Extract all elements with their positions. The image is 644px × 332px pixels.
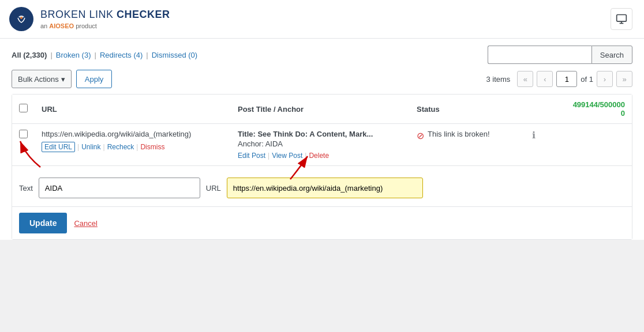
url-arrow [273,153,319,185]
post-column-header: Post Title / Anchor [231,95,410,124]
filter-redirects[interactable]: Redirects (4) [100,51,143,59]
bulk-actions-label: Bulk Actions [18,75,59,84]
count-line2: 0 [532,109,625,118]
table-wrap: URL Post Title / Anchor Status 499144/50… [12,94,632,240]
sep-d: | [268,152,269,160]
edit-post-link[interactable]: Edit Post [238,152,265,160]
chevron-down-icon: ▾ [61,75,65,84]
sep-a: | [77,143,79,151]
post-title: Title: See Think Do: A Content, Mark... [238,130,403,138]
filter-links: All (2,330) | Broken (3) | Redirects (4)… [12,51,197,59]
unlink-link[interactable]: Unlink [81,143,100,151]
url-arrow-area [227,178,423,198]
row-actions: Edit URL | Unlink | Recheck | Dismiss [42,142,224,152]
sep1: | [50,51,52,59]
toolbar-right: 3 items « ‹ of 1 › » [486,71,632,87]
filter-all[interactable]: All (2,330) [12,51,47,59]
logo-subtitle: an AIOSEO product [40,22,170,30]
table-header-row: URL Post Title / Anchor Status 499144/50… [12,95,632,124]
header: BROKEN LINK CHECKER an AIOSEO product [0,0,644,39]
logo-icon [9,7,33,31]
count-line1: 499144/500000 [573,100,625,109]
items-count: 3 items [486,75,510,84]
table-row: https://en.wikipedia.org/wiki/aida_(mark… [12,124,632,166]
post-anchor: Anchor: AIDA [238,139,403,148]
edit-url-row: Text URL [12,166,632,207]
filter-bar: All (2,330) | Broken (3) | Redirects (4)… [0,39,644,64]
logo-title: BROKEN LINK CHECKER [40,8,170,21]
logo-text: BROKEN LINK CHECKER an AIOSEO product [40,8,170,30]
warning-icon: ⊘ [417,130,424,141]
last-page-button[interactable]: » [616,71,632,87]
select-all-checkbox[interactable] [19,104,28,112]
page-input[interactable] [556,71,577,87]
status-text: This link is broken! [428,130,490,138]
count-column-header: 499144/500000 0 [525,95,632,124]
logo-title-normal: BROKEN LINK [40,9,117,20]
edit-url-cell: Text URL [12,166,632,207]
status-content: ⊘ This link is broken! [417,130,518,141]
cancel-link[interactable]: Cancel [74,219,97,228]
edit-url-arrow [14,138,66,170]
update-row: Update Cancel [12,207,632,240]
row-checkbox[interactable] [19,130,28,138]
update-row-buttons: Update Cancel [19,213,625,233]
svg-point-1 [20,17,23,19]
filter-dismissed[interactable]: Dismissed (0) [152,51,197,59]
select-all-col [12,95,35,124]
text-input[interactable] [39,178,200,198]
info-icon[interactable]: ℹ [532,130,536,140]
filter-broken[interactable]: Broken (3) [56,51,91,59]
svg-rect-2 [617,15,627,22]
first-page-button[interactable]: « [517,71,533,87]
sep3: | [146,51,148,59]
info-cell: ℹ [525,124,632,166]
apply-button[interactable]: Apply [76,70,113,88]
header-left: BROKEN LINK CHECKER an AIOSEO product [9,7,170,31]
url-column-header: URL [35,95,231,124]
filter-search: Search [488,46,632,64]
status-cell: ⊘ This link is broken! [410,124,525,166]
post-cell: Title: See Think Do: A Content, Mark... … [231,124,410,166]
recheck-link[interactable]: Recheck [107,143,134,151]
post-actions: Edit Post | View Post | Delete [238,152,403,160]
logo-sub-suffix: product [74,22,97,29]
url-label: URL [206,184,221,193]
update-cell: Update Cancel [12,207,632,240]
logo-sub-prefix: an [40,22,49,29]
search-button[interactable]: Search [591,46,632,64]
page-of: of 1 [581,75,593,84]
prev-page-button[interactable]: ‹ [537,71,553,87]
toolbar-left: Bulk Actions ▾ Apply [12,70,112,88]
logo-sub-brand: AIOSEO [49,22,74,29]
url-value: https://en.wikipedia.org/wiki/aida_(mark… [42,130,224,138]
bulk-actions-button[interactable]: Bulk Actions ▾ [12,70,72,88]
text-label: Text [19,184,33,193]
sep2: | [95,51,96,59]
sep-c: | [136,143,138,151]
dismiss-link[interactable]: Dismiss [140,143,164,151]
monitor-button[interactable] [611,8,632,30]
update-button[interactable]: Update [19,213,67,233]
url-input[interactable] [227,178,423,198]
toolbar: Bulk Actions ▾ Apply 3 items « ‹ of 1 › … [0,64,644,94]
status-column-header: Status [410,95,525,124]
logo-title-bold: CHECKER [117,9,170,20]
sep-b: | [103,143,105,151]
edit-url-form: Text URL [19,178,625,198]
search-input[interactable] [488,46,591,64]
next-page-button[interactable]: › [597,71,613,87]
links-table: URL Post Title / Anchor Status 499144/50… [12,95,632,239]
